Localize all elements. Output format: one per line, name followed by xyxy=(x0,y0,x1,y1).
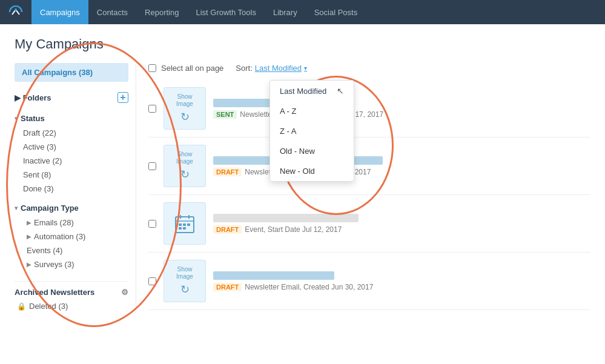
lock-icon: 🔒 xyxy=(17,302,26,311)
select-all-checkbox[interactable] xyxy=(148,64,156,72)
campaign-checkbox[interactable] xyxy=(148,105,156,113)
sidebar-section-campaign-type: ▾ Campaign Type ▶ Emails (28) ▶ Automati… xyxy=(15,200,128,271)
campaign-type-arrow-icon: ▾ xyxy=(15,205,18,211)
campaign-checkbox[interactable] xyxy=(148,220,156,228)
campaign-thumbnail: ShowImage ↻ xyxy=(164,260,206,302)
status-arrow-icon: ▾ xyxy=(15,115,18,122)
table-row: ShowImage ↻ DRAFT Newsletter Email, Crea… xyxy=(148,253,590,310)
table-row: ShowImage ↻ SENT Newsletter Email, Last … xyxy=(148,80,590,137)
emails-arrow-icon: ▶ xyxy=(27,219,31,226)
status-badge: SENT xyxy=(213,110,237,119)
sort-label: Sort: xyxy=(236,64,252,73)
surveys-arrow-icon: ▶ xyxy=(27,261,31,268)
sort-option-a-z[interactable]: A - Z xyxy=(270,101,354,121)
svg-rect-7 xyxy=(187,223,190,226)
nav-campaigns[interactable]: Campaigns xyxy=(31,0,88,24)
campaign-checkbox[interactable] xyxy=(148,277,156,285)
nav-contacts[interactable]: Contacts xyxy=(88,0,136,24)
nav-library[interactable]: Library xyxy=(265,0,306,24)
select-all-label[interactable]: Select all on page xyxy=(148,64,223,73)
nav-social-posts[interactable]: Social Posts xyxy=(306,0,366,24)
main-layout: All Campaigns (38) ▶ Folders + ▾ Status … xyxy=(15,63,590,313)
sort-option-new-old[interactable]: New - Old xyxy=(270,161,354,181)
campaign-meta: DRAFT Newsletter Email, Created Jun 30, … xyxy=(213,283,590,291)
sort-dropdown: Last Modified ↖ A - Z Z - A Old - New Ne… xyxy=(269,80,354,182)
sort-option-z-a[interactable]: Z - A xyxy=(270,121,354,141)
nav-list-growth-tools[interactable]: List Growth Tools xyxy=(187,0,264,24)
show-image-text: ShowImage xyxy=(176,93,193,108)
campaign-name-bar xyxy=(213,214,359,222)
campaign-thumbnail-event xyxy=(164,202,206,245)
show-image-text: ShowImage xyxy=(176,151,193,165)
toolbar: Select all on page Sort: Last Modified ▾… xyxy=(148,63,590,73)
sort-option-old-new[interactable]: Old - New xyxy=(270,141,354,161)
add-folder-button[interactable]: + xyxy=(117,92,128,103)
campaign-thumbnail: ShowImage ↻ xyxy=(164,145,206,187)
sidebar-campaign-type-header[interactable]: ▾ Campaign Type xyxy=(15,200,128,216)
campaign-list: ShowImage ↻ SENT Newsletter Email, Last … xyxy=(148,80,590,310)
campaign-thumbnail: ShowImage ↻ xyxy=(164,87,206,130)
show-image-text: ShowImage xyxy=(176,266,193,280)
sidebar-type-surveys[interactable]: ▶ Surveys (3) xyxy=(15,257,128,271)
sidebar: All Campaigns (38) ▶ Folders + ▾ Status … xyxy=(15,63,136,313)
svg-point-0 xyxy=(15,8,17,11)
status-badge: DRAFT xyxy=(213,283,242,291)
automation-arrow-icon: ▶ xyxy=(27,233,31,240)
sidebar-status-inactive[interactable]: Inactive (2) xyxy=(15,154,128,168)
campaign-info: DRAFT Event, Start Date Jul 12, 2017 xyxy=(213,214,590,234)
table-row: ShowImage ↻ DRAFT Newsletter Email, Crea… xyxy=(148,137,590,195)
page-content: My Campaigns All Campaigns (38) ▶ Folder… xyxy=(0,24,605,364)
app-logo xyxy=(6,3,25,21)
sidebar-type-events[interactable]: Events (4) xyxy=(15,243,128,257)
svg-rect-5 xyxy=(179,223,182,226)
table-row: DRAFT Event, Start Date Jul 12, 2017 xyxy=(148,195,590,253)
main-content: Select all on page Sort: Last Modified ▾… xyxy=(136,63,590,313)
refresh-icon[interactable]: ↻ xyxy=(180,110,190,124)
page-title: My Campaigns xyxy=(15,36,590,52)
svg-rect-9 xyxy=(183,227,186,230)
nav-reporting[interactable]: Reporting xyxy=(136,0,187,24)
campaign-name-bar xyxy=(213,271,334,280)
sidebar-status-header[interactable]: ▾ Status xyxy=(15,111,128,126)
gear-icon[interactable]: ⚙ xyxy=(121,288,128,297)
sidebar-status-done[interactable]: Done (3) xyxy=(15,182,128,196)
campaign-info: DRAFT Newsletter Email, Created Jun 30, … xyxy=(213,271,590,291)
top-navigation: Campaigns Contacts Reporting List Growth… xyxy=(0,0,605,24)
campaign-meta: DRAFT Event, Start Date Jul 12, 2017 xyxy=(213,225,590,234)
sidebar-type-emails[interactable]: ▶ Emails (28) xyxy=(15,216,128,230)
svg-rect-8 xyxy=(179,227,182,230)
sidebar-type-automation[interactable]: ▶ Automation (3) xyxy=(15,230,128,243)
svg-rect-6 xyxy=(183,223,186,226)
campaign-checkbox[interactable] xyxy=(148,162,156,170)
sidebar-archived-header[interactable]: Archived Newsletters ⚙ xyxy=(15,288,128,297)
sidebar-section-folders: ▶ Folders + xyxy=(15,89,128,106)
status-badge: DRAFT xyxy=(213,225,242,234)
sort-trigger[interactable]: Last Modified ▾ xyxy=(255,64,307,73)
sidebar-status-active[interactable]: Active (3) xyxy=(15,140,128,154)
refresh-icon[interactable]: ↻ xyxy=(180,283,190,296)
sidebar-archived-section: Archived Newsletters ⚙ 🔒 Deleted (3) xyxy=(15,281,128,313)
cursor-icon: ↖ xyxy=(337,86,344,96)
sidebar-status-sent[interactable]: Sent (8) xyxy=(15,168,128,182)
sidebar-section-status: ▾ Status Draft (22) Active (3) Inactive … xyxy=(15,111,128,196)
sort-option-last-modified[interactable]: Last Modified ↖ xyxy=(270,81,354,101)
sidebar-deleted-item[interactable]: 🔒 Deleted (3) xyxy=(15,299,128,313)
folders-chevron: ▶ Folders xyxy=(15,93,51,102)
sidebar-folders-header[interactable]: ▶ Folders + xyxy=(15,89,128,106)
refresh-icon[interactable]: ↻ xyxy=(180,168,190,181)
status-badge: DRAFT xyxy=(213,168,242,176)
sidebar-all-campaigns[interactable]: All Campaigns (38) xyxy=(15,63,128,82)
sort-caret-icon: ▾ xyxy=(304,65,307,71)
sidebar-status-draft[interactable]: Draft (22) xyxy=(15,126,128,140)
